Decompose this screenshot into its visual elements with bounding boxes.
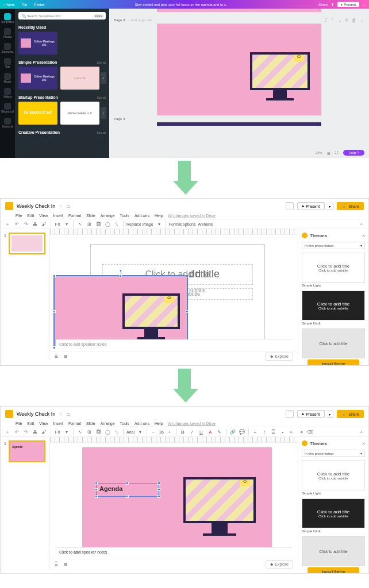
resize-handle[interactable] xyxy=(157,495,160,498)
present-button[interactable]: ▸ Present xyxy=(297,410,325,418)
resize-handle[interactable] xyxy=(53,274,56,277)
select-icon[interactable]: ↖ xyxy=(76,428,83,435)
bullist-icon[interactable]: • xyxy=(279,428,286,435)
template-search[interactable]: 🔍 Search Templates Pro FREE xyxy=(18,12,106,20)
share-button[interactable]: 🔒 Share xyxy=(337,410,364,418)
doc-title[interactable]: Weekly Check In xyxy=(17,411,55,417)
see-all-link[interactable]: See all xyxy=(97,131,106,134)
highlight-icon[interactable]: ✎ xyxy=(216,428,223,435)
format-options[interactable]: Format options xyxy=(169,222,196,226)
theme-simple-dark[interactable]: Click to add titleClick to add subtitle xyxy=(302,498,365,528)
menu-view[interactable]: View xyxy=(39,214,48,218)
zoom-select[interactable]: Fit xyxy=(54,220,61,227)
image-icon[interactable]: 🖼 xyxy=(95,220,102,227)
resize-handle[interactable] xyxy=(157,488,160,491)
resize-handle[interactable] xyxy=(126,482,129,485)
menu-slide[interactable]: Slide xyxy=(86,214,95,218)
view-list-icon[interactable]: ≣ xyxy=(55,562,58,567)
image-icon[interactable]: 🖼 xyxy=(95,428,102,435)
pasted-image-selected[interactable]: ☺ xyxy=(53,275,188,349)
present-button[interactable]: ▸ Present xyxy=(337,2,359,7)
home-link[interactable]: ‹ Home xyxy=(3,3,15,6)
menu-addons[interactable]: Add-ons xyxy=(134,421,149,425)
rail-photos[interactable]: Photos xyxy=(3,28,12,38)
star-icon[interactable]: ☆ xyxy=(59,204,63,209)
menu-view[interactable]: View xyxy=(39,421,48,425)
menu-insert[interactable]: Insert xyxy=(53,421,63,425)
menu-insert[interactable]: Insert xyxy=(53,214,63,218)
menu-format[interactable]: Format xyxy=(68,214,81,218)
line-icon[interactable]: ＼ xyxy=(113,220,120,227)
resize-handle[interactable] xyxy=(126,495,129,498)
print-icon[interactable]: 🖶 xyxy=(32,220,39,227)
menu-edit[interactable]: Edit xyxy=(27,214,34,218)
template-thumb[interactable]: Online Meetings 101 xyxy=(18,67,57,90)
replace-image[interactable]: Replace image xyxy=(126,222,153,226)
underline-icon[interactable]: U xyxy=(198,428,205,435)
menu-tools[interactable]: Tools xyxy=(120,214,129,218)
menu-addons[interactable]: Add-ons xyxy=(134,214,149,218)
fullscreen-icon[interactable]: ⛶ xyxy=(335,151,339,154)
present-caret[interactable]: ▾ xyxy=(326,203,333,210)
align-icon[interactable]: ≡ xyxy=(252,428,259,435)
rail-videos[interactable]: Videos xyxy=(3,88,11,98)
template-thumb[interactable]: EX SQUEEZE ME xyxy=(18,102,57,125)
select-icon[interactable]: ↖ xyxy=(76,220,83,227)
font-size[interactable]: 36 xyxy=(159,430,164,434)
resize-handle[interactable] xyxy=(95,482,98,485)
theme-simple-light[interactable]: Click to add titleClick to add subtitle xyxy=(302,253,365,283)
comment-icon[interactable]: 💬 xyxy=(239,428,245,435)
view-grid-icon[interactable]: ▦ xyxy=(64,562,68,567)
resize-handle[interactable] xyxy=(95,488,98,491)
speaker-notes[interactable]: Click to add speaker notes xyxy=(56,547,292,559)
rail-templates[interactable]: Templates xyxy=(1,13,14,24)
share-button[interactable]: 🔒 Share xyxy=(337,202,364,210)
template-thumb[interactable]: Milchen Media LLC xyxy=(60,102,99,125)
textbox-icon[interactable]: ⊞ xyxy=(86,428,93,435)
slides-logo-icon[interactable] xyxy=(5,202,13,210)
bold-icon[interactable]: B xyxy=(179,428,186,435)
collapse-toolbar-icon[interactable]: ㅅ xyxy=(358,220,365,227)
redo-icon[interactable]: ↷ xyxy=(22,428,29,435)
italic-icon[interactable]: I xyxy=(189,428,195,435)
doc-title[interactable]: Weekly Check In xyxy=(17,203,55,209)
download-icon[interactable]: ⬇ xyxy=(331,2,334,6)
speaker-notes[interactable]: Click to add speaker notes xyxy=(56,339,292,351)
outdent-icon[interactable]: ⇤ xyxy=(289,428,295,435)
shape-icon[interactable]: ◯ xyxy=(104,220,111,227)
menu-file[interactable]: File xyxy=(16,421,22,425)
clear-icon[interactable]: ⌫ xyxy=(307,428,314,435)
comments-icon[interactable] xyxy=(286,410,294,418)
duplicate-icon[interactable]: ⎘ xyxy=(345,18,348,24)
menu-format[interactable]: Format xyxy=(68,421,81,425)
paint-icon[interactable]: 🖌 xyxy=(41,428,48,435)
present-caret[interactable]: ⌄ xyxy=(363,2,366,6)
collapse-icon[interactable]: ⌃ xyxy=(330,18,335,24)
rail-uploads[interactable]: Uploads xyxy=(2,118,13,128)
resize-menu[interactable]: Resize xyxy=(34,3,44,6)
resize-handle[interactable] xyxy=(157,482,160,485)
save-status[interactable]: All changes saved in Drive xyxy=(168,214,216,218)
scroll-right[interactable]: › xyxy=(101,72,106,84)
menu-edit[interactable]: Edit xyxy=(27,421,34,425)
template-thumb[interactable]: make life xyxy=(60,67,99,90)
explore-button[interactable]: ◆ Explore xyxy=(266,353,293,361)
slides-logo-icon[interactable] xyxy=(5,410,13,418)
line-icon[interactable]: ＼ xyxy=(113,428,120,435)
share-button[interactable]: Share xyxy=(318,3,328,6)
resize-handle[interactable] xyxy=(186,310,189,313)
redo-icon[interactable]: ↷ xyxy=(22,220,29,227)
help-button[interactable]: Help ? xyxy=(343,150,364,156)
spacing-icon[interactable]: ↕ xyxy=(261,428,268,435)
menu-slide[interactable]: Slide xyxy=(86,421,95,425)
close-icon[interactable]: × xyxy=(362,441,365,446)
link-icon[interactable]: 🔗 xyxy=(229,428,236,435)
star-icon[interactable]: ☆ xyxy=(59,412,63,417)
slide-background-image[interactable]: ☺ Agenda xyxy=(82,447,272,554)
undo-icon[interactable]: ↶ xyxy=(13,428,20,435)
menu-tools[interactable]: Tools xyxy=(120,421,129,425)
rail-text[interactable]: Text xyxy=(4,58,11,68)
menu-help[interactable]: Help xyxy=(155,214,163,218)
collapse-toolbar-icon[interactable]: ㅅ xyxy=(358,428,365,435)
menu-help[interactable]: Help xyxy=(155,421,163,425)
